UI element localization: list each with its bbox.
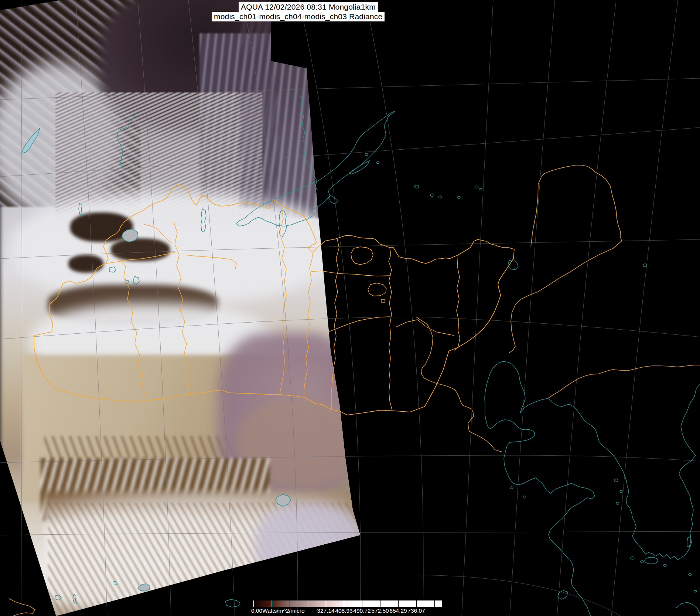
small-lake — [430, 194, 434, 197]
china-coast — [485, 361, 595, 616]
kyushu-coast — [676, 602, 700, 614]
graticule-layer — [0, 0, 700, 616]
colorbar-tick — [290, 600, 290, 607]
lake-baikal — [236, 111, 395, 226]
colorbar-tick — [362, 600, 362, 607]
lake-khyargas — [109, 267, 116, 272]
map-overlays — [0, 0, 700, 616]
west-coast-island — [616, 502, 619, 504]
title-line-2: modis_ch01-modis_ch04-modis_ch03 Radianc… — [212, 12, 385, 21]
west-coast-island — [614, 479, 618, 482]
lake-long — [201, 209, 206, 232]
nk-china-border — [548, 365, 700, 398]
colorbar-value-label: 490.72 — [353, 608, 371, 614]
yellow-sea-island — [510, 487, 513, 489]
colorbar-tick — [441, 600, 441, 607]
colorbar-value-label: 654.29 — [389, 608, 407, 614]
colorbar-tick — [308, 600, 308, 607]
sw-border-squiggle — [9, 599, 35, 616]
small-lake — [480, 188, 482, 190]
aimag-borders — [106, 208, 460, 411]
west-coast-island — [620, 490, 623, 493]
small-lake — [475, 186, 478, 188]
colorbar — [253, 600, 442, 607]
colorbar-tick — [380, 600, 380, 607]
mongolia-border — [34, 185, 514, 415]
se-island — [689, 574, 692, 576]
amur-border — [509, 165, 622, 353]
small-lake — [643, 264, 647, 267]
angara-river — [300, 95, 318, 190]
colorbar-tick — [253, 600, 254, 607]
great-wall-line — [416, 317, 502, 452]
colorbar-tick — [398, 600, 399, 607]
title-line-1: AQUA 12/02/2026 08:31 Mongolia1km — [239, 2, 378, 12]
small-lake — [439, 196, 442, 198]
colorbar-unit-label: 0.00Watts/m^2/micro — [251, 608, 305, 614]
colorbar-value-label: 572.50 — [371, 608, 389, 614]
colorbar-value-label: 736.07 — [407, 608, 425, 614]
colorbar-tick — [434, 600, 435, 607]
lake-cluster — [55, 595, 61, 600]
colorbar-marker-tick — [272, 600, 272, 607]
colorbar-tick — [344, 600, 344, 607]
jeju-island — [645, 557, 658, 564]
small-lake — [457, 196, 460, 198]
korea-coast — [548, 384, 700, 560]
south-coast-island — [641, 561, 643, 563]
colorbar-tick — [326, 600, 326, 607]
satellite-display[interactable]: AQUA 12/02/2026 08:31 Mongolia1km modis_… — [0, 0, 700, 616]
yenisei-river — [117, 111, 137, 168]
lake-sliver — [79, 203, 82, 215]
lake-south-small — [114, 581, 117, 585]
olkhon-island — [349, 161, 369, 174]
uvs-nuur — [122, 229, 138, 242]
lake-kharus — [134, 276, 139, 285]
colorbar-value-label: 408.93 — [335, 608, 352, 614]
island-black-zone — [225, 599, 240, 607]
lake-gobi-south — [276, 494, 291, 506]
small-lake — [365, 153, 368, 156]
se-island — [694, 591, 697, 592]
colorbar-value-label: 327.14 — [317, 608, 334, 614]
reservoir-west — [21, 128, 40, 153]
yellow-sea-island — [523, 496, 526, 498]
south-coast-island — [631, 557, 634, 559]
colorbar-labels: 0.00Watts/m^2/micro 327.14 408.93 490.72… — [251, 608, 480, 614]
small-lake — [414, 185, 419, 188]
lake-south-long — [73, 594, 76, 603]
south-coast-island — [663, 564, 666, 566]
small-lake — [377, 162, 379, 164]
selenga-hook — [329, 195, 338, 204]
tsushima-island — [687, 537, 691, 547]
colorbar-tick — [416, 600, 417, 607]
lake-south — [138, 584, 150, 591]
chongming-island — [558, 591, 568, 599]
